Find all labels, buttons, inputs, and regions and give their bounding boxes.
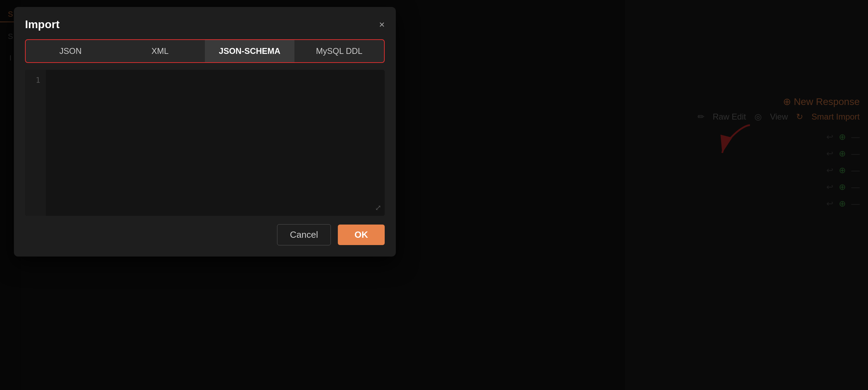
modal-title: Import xyxy=(25,18,60,31)
tab-bar: JSON XML JSON-SCHEMA MySQL DDL xyxy=(25,39,385,63)
editor-area: 1 ⤢ xyxy=(25,70,385,216)
cancel-button[interactable]: Cancel xyxy=(277,224,331,245)
line-numbers: 1 xyxy=(25,70,46,216)
tab-xml[interactable]: XML xyxy=(115,40,205,62)
tab-json-schema[interactable]: JSON-SCHEMA xyxy=(205,40,294,62)
line-number-1: 1 xyxy=(31,74,40,86)
modal-header: Import × xyxy=(25,18,385,31)
tab-json[interactable]: JSON xyxy=(26,40,115,62)
modal-backdrop: Import × JSON XML JSON-SCHEMA MySQL DDL … xyxy=(0,0,868,390)
expand-icon[interactable]: ⤢ xyxy=(375,203,381,212)
tab-mysql-ddl[interactable]: MySQL DDL xyxy=(294,40,384,62)
import-modal: Import × JSON XML JSON-SCHEMA MySQL DDL … xyxy=(14,7,396,257)
modal-footer: Cancel OK xyxy=(25,224,385,245)
ok-button[interactable]: OK xyxy=(338,225,385,245)
editor-textarea[interactable] xyxy=(46,70,385,216)
modal-close-button[interactable]: × xyxy=(379,20,385,30)
